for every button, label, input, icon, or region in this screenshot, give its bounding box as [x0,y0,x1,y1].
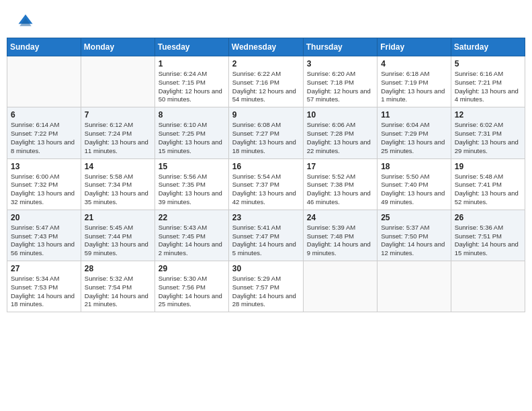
day-number: 15 [159,162,225,171]
calendar-cell: 5Sunrise: 6:16 AM Sunset: 7:21 PM Daylig… [451,56,525,107]
day-info: Sunrise: 6:20 AM Sunset: 7:18 PM Dayligh… [307,70,373,104]
calendar-cell: 21Sunrise: 5:45 AM Sunset: 7:44 PM Dayli… [81,210,154,261]
calendar-cell: 10Sunrise: 6:06 AM Sunset: 7:28 PM Dayli… [303,107,377,158]
day-info: Sunrise: 6:04 AM Sunset: 7:29 PM Dayligh… [381,121,447,155]
calendar-cell: 25Sunrise: 5:37 AM Sunset: 7:50 PM Dayli… [378,210,451,261]
day-number: 17 [307,162,373,171]
day-info: Sunrise: 6:22 AM Sunset: 7:16 PM Dayligh… [232,70,300,104]
logo [16,12,38,31]
day-info: Sunrise: 6:12 AM Sunset: 7:24 PM Dayligh… [85,121,151,155]
day-number: 25 [381,213,447,222]
calendar-cell [451,261,525,312]
day-number: 16 [232,162,300,171]
calendar-cell: 7Sunrise: 6:12 AM Sunset: 7:24 PM Daylig… [81,107,154,158]
logo-icon [16,12,35,31]
day-number: 24 [307,213,373,222]
day-info: Sunrise: 5:56 AM Sunset: 7:35 PM Dayligh… [159,173,225,207]
day-info: Sunrise: 6:00 AM Sunset: 7:32 PM Dayligh… [11,173,77,207]
column-header-sunday: Sunday [7,38,81,56]
calendar-cell: 29Sunrise: 5:30 AM Sunset: 7:56 PM Dayli… [154,261,228,312]
calendar-week-row: 6Sunrise: 6:14 AM Sunset: 7:22 PM Daylig… [7,107,525,158]
day-number: 29 [159,264,225,273]
day-number: 14 [85,162,151,171]
day-info: Sunrise: 5:52 AM Sunset: 7:38 PM Dayligh… [307,173,373,207]
day-number: 21 [85,213,151,222]
day-info: Sunrise: 5:37 AM Sunset: 7:50 PM Dayligh… [381,224,447,258]
day-number: 10 [307,110,373,120]
day-info: Sunrise: 5:41 AM Sunset: 7:47 PM Dayligh… [232,224,300,258]
column-header-tuesday: Tuesday [154,38,228,56]
calendar-cell: 20Sunrise: 5:47 AM Sunset: 7:43 PM Dayli… [7,210,81,261]
column-header-thursday: Thursday [303,38,377,56]
day-info: Sunrise: 5:39 AM Sunset: 7:48 PM Dayligh… [307,224,373,258]
calendar-cell [303,261,377,312]
calendar-cell: 28Sunrise: 5:32 AM Sunset: 7:54 PM Dayli… [81,261,154,312]
day-number: 3 [307,59,373,68]
day-info: Sunrise: 6:06 AM Sunset: 7:28 PM Dayligh… [307,121,373,155]
calendar-week-row: 1Sunrise: 6:24 AM Sunset: 7:15 PM Daylig… [7,56,525,107]
calendar-container: SundayMondayTuesdayWednesdayThursdayFrid… [0,38,532,319]
day-info: Sunrise: 5:45 AM Sunset: 7:44 PM Dayligh… [85,224,151,258]
day-info: Sunrise: 5:58 AM Sunset: 7:34 PM Dayligh… [85,173,151,207]
day-info: Sunrise: 6:02 AM Sunset: 7:31 PM Dayligh… [455,121,521,155]
calendar-cell: 24Sunrise: 5:39 AM Sunset: 7:48 PM Dayli… [303,210,377,261]
calendar-week-row: 13Sunrise: 6:00 AM Sunset: 7:32 PM Dayli… [7,158,525,210]
calendar-cell: 22Sunrise: 5:43 AM Sunset: 7:45 PM Dayli… [154,210,228,261]
column-header-friday: Friday [378,38,451,56]
day-info: Sunrise: 6:08 AM Sunset: 7:27 PM Dayligh… [232,121,300,155]
calendar-cell: 18Sunrise: 5:50 AM Sunset: 7:40 PM Dayli… [378,158,451,210]
day-info: Sunrise: 6:10 AM Sunset: 7:25 PM Dayligh… [159,121,225,155]
day-info: Sunrise: 5:30 AM Sunset: 7:56 PM Dayligh… [159,275,225,309]
day-info: Sunrise: 5:50 AM Sunset: 7:40 PM Dayligh… [381,173,447,207]
day-info: Sunrise: 5:47 AM Sunset: 7:43 PM Dayligh… [11,224,77,258]
day-number: 8 [159,110,225,120]
day-number: 18 [381,162,447,171]
calendar-cell: 6Sunrise: 6:14 AM Sunset: 7:22 PM Daylig… [7,107,81,158]
day-number: 19 [455,162,521,171]
calendar-cell: 15Sunrise: 5:56 AM Sunset: 7:35 PM Dayli… [154,158,228,210]
day-info: Sunrise: 5:43 AM Sunset: 7:45 PM Dayligh… [159,224,225,258]
day-number: 6 [11,110,77,120]
day-info: Sunrise: 6:18 AM Sunset: 7:19 PM Dayligh… [381,70,447,104]
day-number: 13 [11,162,77,171]
day-number: 5 [455,59,521,68]
day-number: 11 [381,110,447,120]
day-info: Sunrise: 6:24 AM Sunset: 7:15 PM Dayligh… [159,70,225,104]
calendar-week-row: 27Sunrise: 5:34 AM Sunset: 7:53 PM Dayli… [7,261,525,312]
calendar-cell: 9Sunrise: 6:08 AM Sunset: 7:27 PM Daylig… [228,107,303,158]
calendar-cell: 11Sunrise: 6:04 AM Sunset: 7:29 PM Dayli… [378,107,451,158]
day-number: 27 [11,264,77,273]
calendar-week-row: 20Sunrise: 5:47 AM Sunset: 7:43 PM Dayli… [7,210,525,261]
day-number: 2 [232,59,300,68]
calendar-cell: 8Sunrise: 6:10 AM Sunset: 7:25 PM Daylig… [154,107,228,158]
day-info: Sunrise: 5:32 AM Sunset: 7:54 PM Dayligh… [85,275,151,309]
day-number: 30 [232,264,300,273]
calendar-cell: 13Sunrise: 6:00 AM Sunset: 7:32 PM Dayli… [7,158,81,210]
calendar-cell [7,56,81,107]
calendar-cell: 3Sunrise: 6:20 AM Sunset: 7:18 PM Daylig… [303,56,377,107]
day-number: 23 [232,213,300,222]
column-header-saturday: Saturday [451,38,525,56]
calendar-header-row: SundayMondayTuesdayWednesdayThursdayFrid… [7,38,525,56]
day-number: 4 [381,59,447,68]
day-number: 26 [455,213,521,222]
day-info: Sunrise: 6:16 AM Sunset: 7:21 PM Dayligh… [455,70,521,104]
day-number: 7 [85,110,151,120]
page-header [0,0,532,38]
calendar-cell: 17Sunrise: 5:52 AM Sunset: 7:38 PM Dayli… [303,158,377,210]
calendar-cell: 19Sunrise: 5:48 AM Sunset: 7:41 PM Dayli… [451,158,525,210]
calendar-cell: 14Sunrise: 5:58 AM Sunset: 7:34 PM Dayli… [81,158,154,210]
calendar-table: SundayMondayTuesdayWednesdayThursdayFrid… [7,38,525,312]
day-info: Sunrise: 5:34 AM Sunset: 7:53 PM Dayligh… [11,275,77,309]
day-info: Sunrise: 6:14 AM Sunset: 7:22 PM Dayligh… [11,121,77,155]
day-number: 1 [159,59,225,68]
day-number: 12 [455,110,521,120]
calendar-cell: 16Sunrise: 5:54 AM Sunset: 7:37 PM Dayli… [228,158,303,210]
column-header-wednesday: Wednesday [228,38,303,56]
calendar-cell [81,56,154,107]
day-number: 28 [85,264,151,273]
day-info: Sunrise: 5:36 AM Sunset: 7:51 PM Dayligh… [455,224,521,258]
day-info: Sunrise: 5:54 AM Sunset: 7:37 PM Dayligh… [232,173,300,207]
calendar-cell: 1Sunrise: 6:24 AM Sunset: 7:15 PM Daylig… [154,56,228,107]
calendar-cell: 12Sunrise: 6:02 AM Sunset: 7:31 PM Dayli… [451,107,525,158]
